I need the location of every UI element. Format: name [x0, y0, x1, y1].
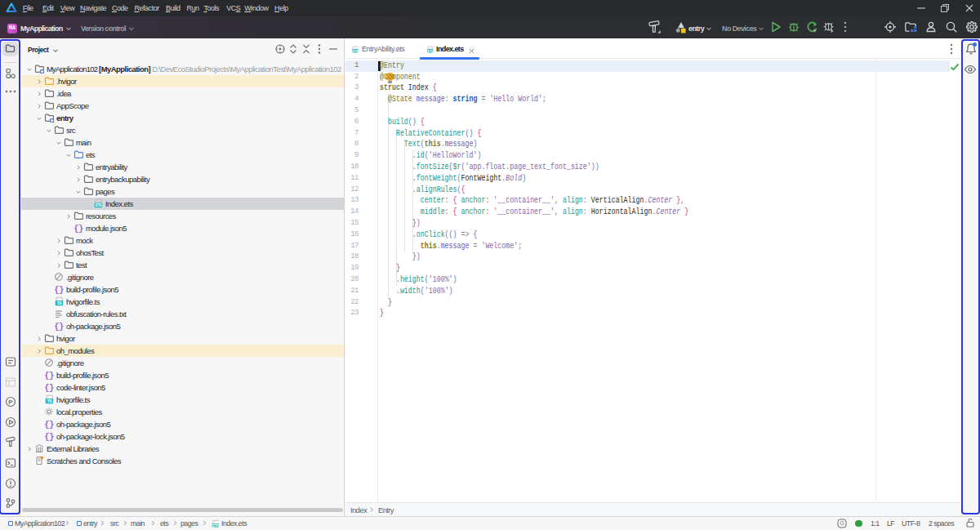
svg-text:{}: {}	[54, 285, 64, 295]
svg-text:ETS: ETS	[427, 49, 433, 52]
svg-text:{}: {}	[74, 224, 83, 234]
svg-text:{}: {}	[44, 420, 54, 430]
svg-text:{}: {}	[44, 371, 54, 381]
svg-text:ETS: ETS	[212, 524, 219, 528]
svg-text:{}: {}	[44, 383, 54, 393]
svg-text:{}: {}	[54, 322, 64, 332]
svg-text:ETS: ETS	[352, 49, 358, 52]
svg-text:ETS: ETS	[96, 203, 102, 207]
svg-text:{}: {}	[44, 432, 54, 442]
svg-text:G: G	[840, 520, 844, 526]
